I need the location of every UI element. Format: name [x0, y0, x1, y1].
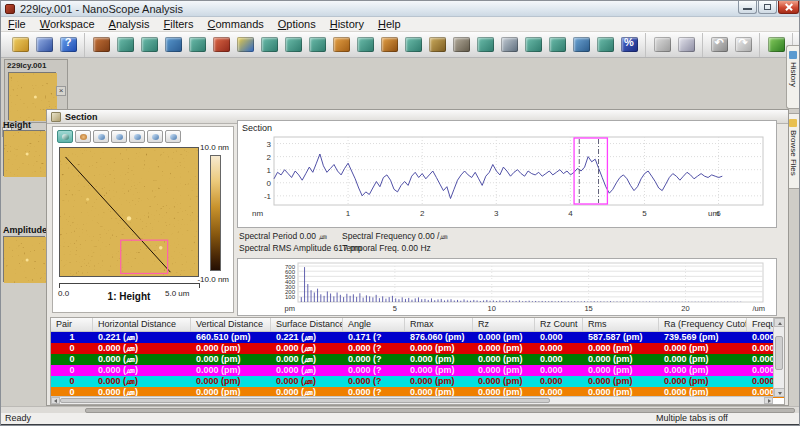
svg-text:5: 5: [642, 209, 647, 218]
col-header-vertical-distance[interactable]: Vertical Distance: [191, 318, 271, 331]
col-header-rz-count[interactable]: Rz Count: [535, 318, 583, 331]
lowpass-icon[interactable]: [257, 34, 281, 56]
table-cell: 0.000 (㎛): [271, 343, 343, 354]
afm-image[interactable]: [59, 147, 199, 277]
col-header-ra-frequency-cutoff-[interactable]: Ra (Frequency Cutoff): [659, 318, 747, 331]
section-analysis-icon[interactable]: [473, 34, 497, 56]
scroll-right-icon[interactable]: [764, 397, 773, 404]
pan-icon[interactable]: [165, 130, 181, 143]
table-cell: 0.000 (pm): [659, 376, 747, 387]
table-cell: 0.000 (?: [343, 376, 405, 387]
section-chart-panel[interactable]: Section3210-1123456nmum: [237, 120, 777, 228]
table-row-5[interactable]: 00.000 (㎛)0.000 (pm)0.000 (㎛)0.000 (?0.0…: [51, 376, 784, 387]
model-icon[interactable]: [593, 34, 617, 56]
menu-item-filters[interactable]: Filters: [157, 17, 201, 32]
title-bar[interactable]: 229lcy.001 - NanoScope Analysis: [1, 1, 800, 17]
zoom-in-icon[interactable]: [111, 130, 127, 143]
close-file-icon[interactable]: ×: [56, 86, 66, 96]
menu-item-options[interactable]: Options: [271, 17, 323, 32]
measure-icon[interactable]: [147, 130, 163, 143]
crop-split-icon[interactable]: [113, 34, 137, 56]
section-profile-chart[interactable]: Section3210-1123456nmum: [238, 121, 776, 227]
zoom-select-icon[interactable]: [93, 130, 109, 143]
h-scroll-thumb[interactable]: [60, 398, 550, 403]
calculator-icon[interactable]: [497, 34, 521, 56]
svg-text:-1: -1: [264, 192, 272, 201]
smooth-icon[interactable]: [305, 34, 329, 56]
table-row-1[interactable]: 10.221 (㎛)660.510 (pm)0.221 (㎛)0.171 (?8…: [51, 332, 784, 343]
scroll-left-icon[interactable]: [51, 397, 60, 404]
table-cell: 0.000 (pm): [659, 354, 747, 365]
median-icon[interactable]: [281, 34, 305, 56]
zoom-out-icon[interactable]: [129, 130, 145, 143]
erase-icon[interactable]: [209, 34, 233, 56]
table-row-2[interactable]: 00.000 (㎛)0.000 (pm)0.000 (㎛)0.000 (?0.0…: [51, 343, 784, 354]
clean-image-icon[interactable]: [185, 34, 209, 56]
spectral-info: Spectral Period 0.00 ㎛ Spectral Frequenc…: [239, 230, 775, 257]
svg-text:nm: nm: [252, 209, 263, 218]
rotate-circle-icon[interactable]: [75, 130, 91, 143]
rake-icon: [381, 37, 398, 52]
table-cell: 0.000 (pm): [583, 343, 659, 354]
roughness-icon[interactable]: [545, 34, 569, 56]
menu-item-analysis[interactable]: Analysis: [102, 17, 157, 32]
channel-thumb-amplitude[interactable]: [3, 236, 45, 282]
particle-icon[interactable]: [521, 34, 545, 56]
settings-sliders-icon[interactable]: [650, 34, 674, 56]
menu-item-workspace[interactable]: Workspace: [33, 17, 102, 32]
table-row-3[interactable]: 00.000 (㎛)0.000 (pm)0.000 (㎛)0.000 (?0.0…: [51, 354, 784, 365]
help-icon[interactable]: ?: [56, 34, 80, 56]
menu-item-file[interactable]: File: [1, 17, 33, 32]
spectrum-chart[interactable]: 7006005004003002001005101520pm/um: [238, 259, 776, 315]
col-header-rms[interactable]: Rms: [583, 318, 659, 331]
marker-draw-icon[interactable]: [57, 130, 73, 143]
brush-icon[interactable]: [425, 34, 449, 56]
flatten-icon[interactable]: [137, 34, 161, 56]
tilt-icon[interactable]: [329, 34, 353, 56]
minimize-button[interactable]: [738, 1, 757, 14]
open-icon[interactable]: [8, 34, 32, 56]
table-row-4[interactable]: 00.000 (㎛)0.000 (pm)0.000 (㎛)0.000 (?0.0…: [51, 365, 784, 376]
col-header-rmax[interactable]: Rmax: [405, 318, 473, 331]
table-cell: 0.000: [535, 365, 583, 376]
mask-icon[interactable]: [401, 34, 425, 56]
table-cell: 0.000 (pm): [659, 365, 747, 376]
image-panel: 10.0 nm -10.0 nm 0.0 5.0 um 1: Height: [52, 126, 234, 313]
col-header-horizontal-distance[interactable]: Horizontal Distance: [93, 318, 191, 331]
v-scroll-thumb[interactable]: [775, 336, 783, 370]
report-book-icon[interactable]: [674, 34, 698, 56]
table-vertical-scrollbar[interactable]: [773, 318, 784, 397]
menu-item-help[interactable]: Help: [371, 17, 408, 32]
col-header-rz[interactable]: Rz: [473, 318, 535, 331]
stamp-icon[interactable]: [353, 34, 377, 56]
col-header-pair[interactable]: Pair: [51, 318, 93, 331]
spectrum-chart-panel[interactable]: 7006005004003002001005101520pm/um: [237, 258, 777, 316]
depth-icon[interactable]: [569, 34, 593, 56]
tab-history[interactable]: History: [786, 45, 799, 109]
workspace-scrollbar[interactable]: [1, 406, 800, 413]
redo-icon[interactable]: ↷: [731, 34, 755, 56]
col-header-surface-distance[interactable]: Surface Distance: [271, 318, 343, 331]
image-raw-icon[interactable]: [89, 34, 113, 56]
col-header-angle[interactable]: Angle: [343, 318, 405, 331]
menu-item-commands[interactable]: Commands: [201, 17, 271, 32]
close-button[interactable]: [778, 1, 799, 14]
undo-icon[interactable]: ↶: [707, 34, 731, 56]
channel-thumb-height[interactable]: [3, 130, 45, 176]
table-cell: 0.000 (㎛): [271, 354, 343, 365]
roller-icon[interactable]: [449, 34, 473, 56]
table-cell: 0.000 (?: [343, 354, 405, 365]
plane-fit-icon[interactable]: [161, 34, 185, 56]
export-run-icon[interactable]: [764, 34, 788, 56]
menu-item-history[interactable]: History: [323, 17, 371, 32]
scroll-up-icon[interactable]: [774, 318, 785, 327]
table-cell: 739.569 (pm): [659, 332, 747, 343]
save-icon[interactable]: [32, 34, 56, 56]
percent-icon[interactable]: %: [617, 34, 641, 56]
svg-text:3: 3: [267, 140, 272, 149]
colormap-icon[interactable]: [233, 34, 257, 56]
rake-icon[interactable]: [377, 34, 401, 56]
maximize-button[interactable]: [758, 1, 777, 14]
scroll-down-icon[interactable]: [774, 388, 785, 397]
table-horizontal-scrollbar[interactable]: [51, 396, 773, 404]
